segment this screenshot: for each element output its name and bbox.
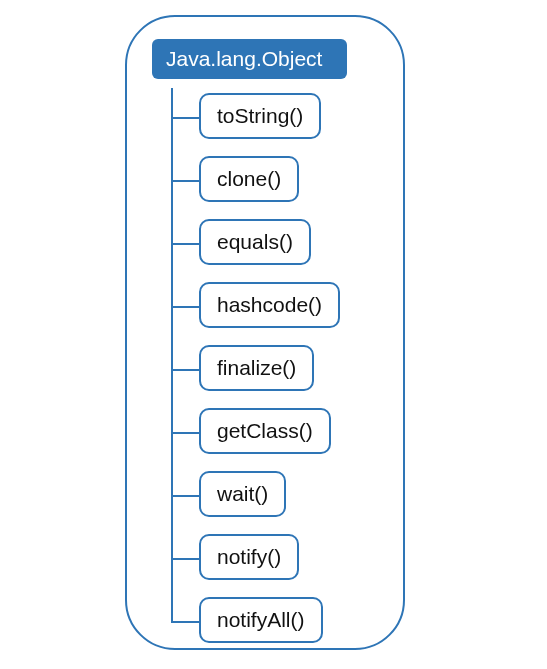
method-row: clone() <box>187 156 373 205</box>
method-row: notify() <box>187 534 373 583</box>
method-label: hashcode() <box>217 293 322 316</box>
tree-branch-line <box>171 495 199 497</box>
method-label: wait() <box>217 482 268 505</box>
root-node: Java.lang.Object <box>152 39 347 79</box>
method-node: notifyAll() <box>199 597 323 643</box>
tree-branch-line <box>171 243 199 245</box>
method-row: getClass() <box>187 408 373 457</box>
tree-branch-line <box>171 117 199 119</box>
tree-branch-line <box>171 621 199 623</box>
method-row: equals() <box>187 219 373 268</box>
root-label: Java.lang.Object <box>166 47 322 70</box>
tree-branch-line <box>171 558 199 560</box>
method-node: clone() <box>199 156 299 202</box>
method-label: finalize() <box>217 356 296 379</box>
method-label: getClass() <box>217 419 313 442</box>
method-node: finalize() <box>199 345 314 391</box>
method-row: notifyAll() <box>187 597 373 646</box>
method-row: finalize() <box>187 345 373 394</box>
tree-branch-line <box>171 432 199 434</box>
tree-branch-line <box>171 180 199 182</box>
method-row: wait() <box>187 471 373 520</box>
method-list: toString()clone()equals()hashcode()final… <box>157 93 373 646</box>
method-label: notify() <box>217 545 281 568</box>
method-node: toString() <box>199 93 321 139</box>
method-node: equals() <box>199 219 311 265</box>
method-label: clone() <box>217 167 281 190</box>
method-label: toString() <box>217 104 303 127</box>
diagram-container: Java.lang.Object toString()clone()equals… <box>125 15 405 650</box>
method-node: notify() <box>199 534 299 580</box>
tree-branch-line <box>171 369 199 371</box>
method-label: equals() <box>217 230 293 253</box>
method-row: hashcode() <box>187 282 373 331</box>
method-node: getClass() <box>199 408 331 454</box>
method-node: wait() <box>199 471 286 517</box>
tree-trunk-line <box>171 88 173 623</box>
method-node: hashcode() <box>199 282 340 328</box>
method-row: toString() <box>187 93 373 142</box>
method-label: notifyAll() <box>217 608 305 631</box>
tree-branch-line <box>171 306 199 308</box>
